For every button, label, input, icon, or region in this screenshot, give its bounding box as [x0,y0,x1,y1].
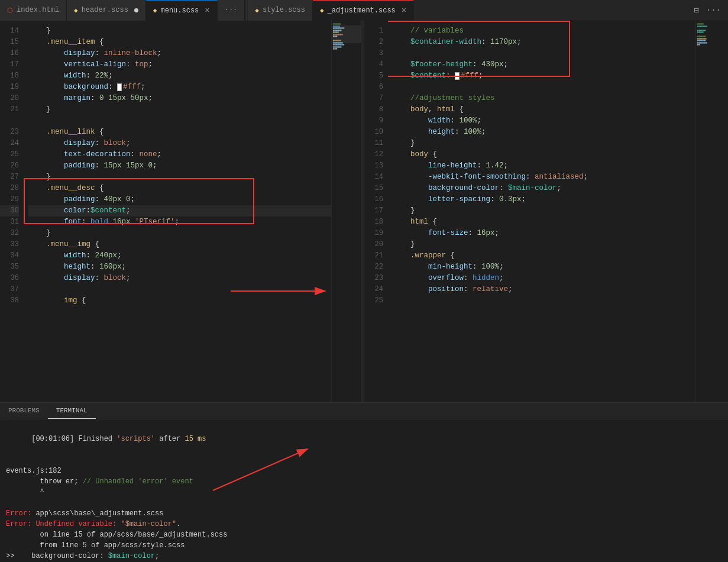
tab-header[interactable]: ◆ header.scss [67,0,146,21]
tab-icon-index: ⬡ [7,7,13,14]
left-line-numbers: 1415161718 192021 23 2425262728 29303132… [0,21,24,402]
more-actions-icon[interactable]: ··· [704,4,723,16]
left-minimap: ▓▓▓▓▓▓▓▓▓▓▓ ▓▓▓▓▓▓▓▓▓▓ ▓▓▓▓▓▓▓▓▓▓▓▓▓▓▓▓ … [331,21,361,402]
tab-icon-adjustment: ◆ [320,7,324,14]
tab-terminal-label: TERMINAL [56,407,88,414]
term-line-error2: Error: Undefined variable: "$main-color"… [6,519,722,529]
term-line-events: events.js:182 [6,466,722,476]
term-line-on-line: on line 15 of app/scss/base/_adjustment.… [6,529,722,540]
right-editor: 12345 678910 1112131415 1617181920 21222… [364,21,728,402]
term-line-from-line: from line 5 of app/scss/style.scss [6,540,722,551]
tab-terminal[interactable]: TERMINAL [48,402,96,419]
tab-close-menu[interactable]: × [205,6,209,15]
tab-more-left[interactable]: ··· [218,0,245,21]
term-line-background: >> background-color: $main-color; [6,551,722,561]
tab-actions: ⊟ ··· [691,4,728,17]
right-line-numbers: 12345 678910 1112131415 1617181920 21222… [364,21,388,402]
term-line-caret: ^ [6,487,722,498]
tab-label-style: style.scss [263,6,305,14]
tab-icon-menu: ◆ [153,7,157,14]
tab-label-header: header.scss [82,6,128,14]
tab-more-icon: ··· [225,6,238,14]
left-code-content[interactable]: } .menu__item { display: inline-block; v… [24,21,361,402]
right-code-content[interactable]: // variables $container-width: 1170px; $… [388,21,728,402]
term-line-1: [00:01:06] Finished 'scripts' after 15 m… [6,423,722,455]
tab-bar: ⬡ index.html ◆ header.scss ◆ menu.scss ×… [0,0,728,21]
right-minimap: ▓▓▓▓▓▓▓▓▓ ▓▓▓▓▓▓▓▓▓▓▓▓▓▓ ▓▓▓▓▓▓▓▓▓▓▓▓ ▓▓… [695,21,728,402]
tab-label-menu: menu.scss [160,7,199,15]
terminal-content[interactable]: [00:01:06] Finished 'scripts' after 15 m… [0,419,728,562]
term-line-blank1 [6,455,722,466]
term-line-error1: Error: app\scss\base\_adjustment.scss [6,508,722,519]
tab-index[interactable]: ⬡ index.html [0,0,67,21]
tab-style[interactable]: ◆ style.scss [248,0,313,21]
tab-label-adjustment: _adjustment.scss [328,7,396,15]
tab-menu[interactable]: ◆ menu.scss × [146,0,218,21]
tab-label-index: index.html [17,6,59,14]
tab-icon-header: ◆ [74,7,78,14]
editors-wrapper: 1415161718 192021 23 2425262728 29303132… [0,21,728,402]
tab-adjustment[interactable]: ◆ _adjustment.scss × [313,0,414,21]
tab-close-adjustment[interactable]: × [402,6,406,15]
bottom-panel: PROBLEMS TERMINAL [00:01:06] Finished 's… [0,402,728,562]
tab-modified-header [134,8,138,12]
tab-icon-style: ◆ [255,7,259,14]
term-line-blank2 [6,498,722,508]
tab-problems-label: PROBLEMS [8,407,40,414]
panel-tabs: PROBLEMS TERMINAL [0,403,728,419]
term-line-throw: throw er; // Unhandled 'error' event [6,476,722,487]
left-editor: 1415161718 192021 23 2425262728 29303132… [0,21,361,402]
split-editor-icon[interactable]: ⊟ [691,4,701,17]
tab-problems[interactable]: PROBLEMS [0,402,48,419]
